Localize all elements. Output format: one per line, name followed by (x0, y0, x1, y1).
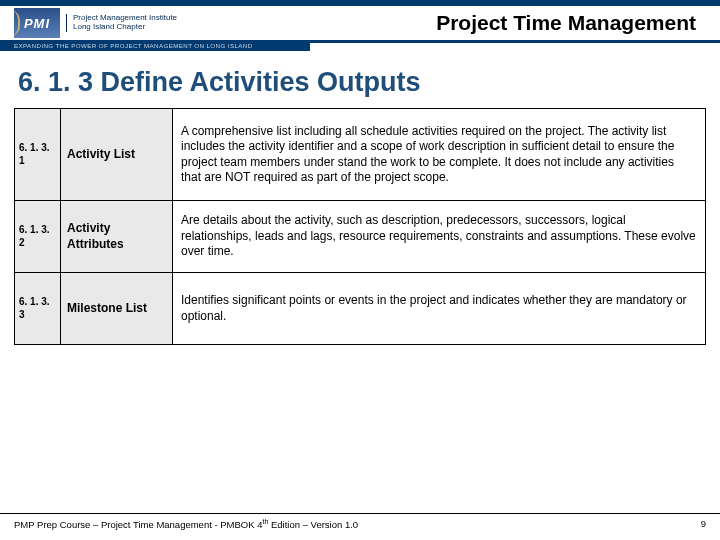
logo-swoosh (14, 10, 20, 36)
slide-title: Project Time Management (436, 11, 710, 35)
logo-text: PMI (24, 16, 50, 31)
page-number: 9 (701, 518, 706, 530)
logo-block: PMI Project Management Institute Long Is… (0, 8, 177, 38)
row-desc: Are details about the activity, such as … (173, 201, 706, 273)
pmi-logo: PMI (14, 8, 60, 38)
row-name: Activity List (61, 109, 173, 201)
row-number: 6. 1. 3. 1 (15, 109, 61, 201)
section-title: 6. 1. 3 Define Activities Outputs (0, 43, 720, 108)
table-row: 6. 1. 3. 2 Activity Attributes Are detai… (15, 201, 706, 273)
row-desc: Identifies significant points or events … (173, 273, 706, 345)
row-desc: A comprehensive list including all sched… (173, 109, 706, 201)
row-name: Activity Attributes (61, 201, 173, 273)
table-row: 6. 1. 3. 1 Activity List A comprehensive… (15, 109, 706, 201)
outputs-table: 6. 1. 3. 1 Activity List A comprehensive… (14, 108, 706, 345)
footer-left: PMP Prep Course – Project Time Managemen… (14, 518, 358, 530)
org-line2: Long Island Chapter (73, 23, 177, 32)
row-number: 6. 1. 3. 3 (15, 273, 61, 345)
table-row: 6. 1. 3. 3 Milestone List Identifies sig… (15, 273, 706, 345)
org-text: Project Management Institute Long Island… (66, 14, 177, 32)
row-number: 6. 1. 3. 2 (15, 201, 61, 273)
footer: PMP Prep Course – Project Time Managemen… (0, 513, 720, 530)
header: PMI Project Management Institute Long Is… (0, 6, 720, 43)
row-name: Milestone List (61, 273, 173, 345)
tagline-bar: Expanding the Power of Project Managemen… (0, 40, 310, 51)
